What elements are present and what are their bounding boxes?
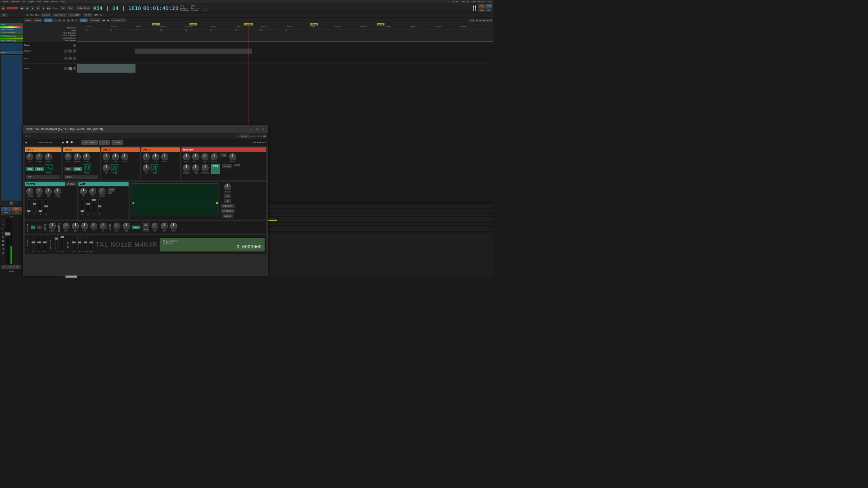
ruler[interactable]: verse1 chorus interlude chorus verse2 53… xyxy=(77,23,493,42)
pw-pitch[interactable] xyxy=(61,237,63,250)
filter-reso[interactable] xyxy=(36,188,42,195)
snap-grid[interactable]: 1/32 Note xyxy=(89,18,101,22)
reset-button[interactable]: RESET xyxy=(223,214,233,218)
filter-type[interactable]: LP 24dB ▾ xyxy=(65,182,77,186)
pw-cut[interactable] xyxy=(55,237,58,250)
delay-fdbk[interactable] xyxy=(170,223,177,229)
lp-compressor[interactable]: * ACE Compressor xyxy=(0,35,23,38)
filter-key[interactable] xyxy=(45,188,52,195)
nudge-left[interactable]: ◀ xyxy=(102,19,105,22)
lfo2-phase[interactable] xyxy=(83,154,90,160)
view-3[interactable]: ◉ xyxy=(483,19,486,22)
sync-int[interactable]: Int. xyxy=(1,13,7,17)
cue-button[interactable]: Cue xyxy=(478,8,486,12)
lp-eq[interactable]: * LSP Graphic Equ xyxy=(0,39,23,43)
delay-lcut[interactable] xyxy=(161,223,167,229)
tool-3[interactable]: ⧉ xyxy=(63,19,65,22)
export-icon[interactable]: ↗ xyxy=(255,135,256,137)
timesig[interactable]: TS: 4/4 xyxy=(83,13,93,17)
view-1[interactable]: ⊞ xyxy=(476,19,478,22)
lfo2-trig[interactable]: TRIG xyxy=(64,167,72,171)
position-bars[interactable]: 064 | 04 | 1818 xyxy=(93,5,141,11)
rec-mode-select[interactable]: Layered xyxy=(41,13,51,17)
master-tune[interactable] xyxy=(192,164,199,171)
marker-chorus2[interactable]: chorus xyxy=(310,23,318,25)
fader-handle[interactable] xyxy=(5,232,11,236)
record-button[interactable]: ● xyxy=(42,6,45,9)
preset-none[interactable]: (none) xyxy=(240,134,249,138)
shuffle-icon[interactable]: ⤨ xyxy=(237,135,239,137)
track-elpiano[interactable]: Elpiano ● M S xyxy=(23,48,77,54)
osc1-tune[interactable] xyxy=(103,154,110,160)
clear-button[interactable]: CLEAR xyxy=(112,140,123,144)
env-amount[interactable] xyxy=(224,183,231,190)
feedback-label[interactable]: Feedback xyxy=(180,9,189,11)
track-vocal[interactable]: Vocal ● M S xyxy=(23,64,77,73)
playhead[interactable] xyxy=(248,23,248,42)
preset-name[interactable]: BS Dark Night FN xyxy=(29,141,60,143)
autoreturn-select[interactable]: Auto Return xyxy=(53,13,66,17)
osc1-pw[interactable] xyxy=(103,164,110,171)
filter-a[interactable] xyxy=(27,199,30,213)
delay-sync[interactable]: SYNC xyxy=(132,226,140,229)
amp-amount[interactable] xyxy=(99,188,105,195)
delay-time[interactable] xyxy=(123,223,130,229)
filter-d[interactable] xyxy=(33,199,36,213)
nudge-right[interactable]: ▶ xyxy=(107,19,110,22)
disk-icon[interactable]: 💾 xyxy=(71,141,73,143)
maximize-button[interactable]: □ xyxy=(255,127,259,131)
filter-cutoff[interactable] xyxy=(26,188,33,195)
follow-range[interactable]: Follow Range xyxy=(76,6,91,10)
menu-session[interactable]: Session xyxy=(2,1,8,3)
position-time[interactable]: 00:01:49:20 xyxy=(143,5,178,11)
master-osc2[interactable] xyxy=(192,154,199,160)
snap-toggle[interactable]: Snap xyxy=(80,18,88,22)
view-2[interactable]: ⊟ xyxy=(479,19,482,22)
lfo1-trig[interactable]: TRIG xyxy=(26,167,34,171)
gear-icon[interactable]: ⚙ xyxy=(257,135,259,137)
post-btn[interactable]: Post xyxy=(14,265,21,268)
lp-fader[interactable]: Fader xyxy=(0,51,23,55)
osc2-fm[interactable] xyxy=(143,164,150,171)
clip-vocal[interactable] xyxy=(77,64,135,73)
lfo1-dest[interactable]: Off ▾ xyxy=(26,175,60,179)
clip-elpiano[interactable] xyxy=(135,49,252,54)
rec-mode-button[interactable]: Rec xyxy=(478,4,485,8)
env-speed[interactable]: x1 ▾ xyxy=(224,199,231,203)
osc1-fine[interactable] xyxy=(112,154,119,160)
master-off[interactable]: Off ▾ xyxy=(220,154,227,157)
amp-a[interactable] xyxy=(81,199,83,213)
menu-edit[interactable]: Edit xyxy=(22,1,25,3)
osc2-wave[interactable] xyxy=(151,164,159,171)
reverb-lp[interactable] xyxy=(100,223,106,229)
tempo[interactable]: ♩= 140.000 xyxy=(68,13,81,17)
rec-arm[interactable]: ● xyxy=(64,49,67,52)
bars-ruler[interactable]: 535557 596163 656769 xyxy=(77,29,493,33)
calib-noise[interactable] xyxy=(84,237,86,250)
lfo1-phase[interactable] xyxy=(45,154,52,160)
in-button[interactable]: In xyxy=(1,207,11,210)
menu-track[interactable]: Track xyxy=(37,1,42,3)
amp-r[interactable] xyxy=(99,199,101,213)
voices-mode[interactable]: mono ▾ xyxy=(222,164,232,168)
nudge-time[interactable]: 000:00:02:01 xyxy=(111,18,125,22)
lfo2-rate[interactable] xyxy=(64,154,71,160)
tool-1[interactable]: ⬚ xyxy=(54,19,57,22)
punch-in[interactable]: In xyxy=(60,6,65,10)
sel-end-val[interactable]: - - : - - : - - : - - xyxy=(195,7,207,9)
amp-s[interactable] xyxy=(93,199,95,213)
tool-2[interactable]: ✥ xyxy=(58,19,61,22)
mute-button[interactable]: M xyxy=(68,57,72,60)
rewind-button[interactable]: ◀ xyxy=(25,6,29,9)
undo-icon[interactable]: ↶ xyxy=(75,141,76,143)
disk-button[interactable]: Disk xyxy=(12,207,22,210)
tool-6[interactable]: ⌇ xyxy=(75,19,78,22)
mute-button[interactable]: M xyxy=(68,67,72,70)
amp-d[interactable] xyxy=(87,199,89,213)
menu-view[interactable]: View xyxy=(44,1,48,3)
menu-window[interactable]: Window xyxy=(51,1,58,3)
tool-4[interactable]: ◈ xyxy=(67,19,70,22)
redo-icon[interactable]: ↷ xyxy=(78,141,80,143)
eye-icon[interactable]: 👁 xyxy=(260,135,262,137)
m-btn[interactable]: M xyxy=(1,265,6,268)
